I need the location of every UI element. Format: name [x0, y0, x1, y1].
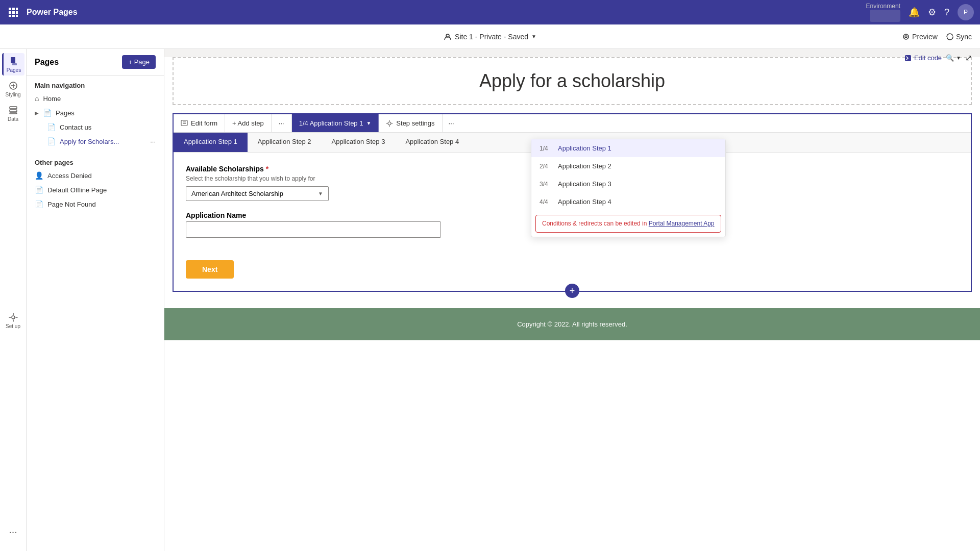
form-section: Edit form + Add step ··· 1/4 Application…: [173, 113, 972, 292]
svg-rect-12: [11, 57, 15, 63]
home-icon: ⌂: [35, 94, 39, 103]
apply-more-icon[interactable]: ···: [150, 138, 156, 145]
app-name-input[interactable]: [186, 221, 441, 238]
edit-form-icon: [181, 120, 188, 127]
step-dropdown-item-1[interactable]: 1/4 Application Step 1: [531, 139, 725, 157]
portal-management-link[interactable]: Portal Management App: [649, 220, 715, 227]
preview-button[interactable]: Preview: [902, 33, 938, 41]
step-2-num: 2/4: [540, 163, 552, 170]
add-step-label: + Add step: [232, 119, 264, 127]
site-icon: [444, 33, 452, 41]
step-selector-button[interactable]: 1/4 Application Step 1 ▼: [292, 114, 379, 132]
zoom-control[interactable]: 🔍 ▼: [946, 54, 961, 62]
edit-code-button[interactable]: Edit code: [904, 54, 942, 62]
page-title: Apply for a scholarship: [186, 70, 959, 92]
form-toolbar: Edit form + Add step ··· 1/4 Application…: [174, 114, 971, 133]
main-layout: Pages Styling Data Set up: [0, 49, 980, 551]
edit-form-button[interactable]: Edit form: [174, 114, 225, 132]
second-bar-right: Preview Sync: [902, 33, 972, 41]
setup-icon: [8, 312, 18, 322]
form-more-button[interactable]: ···: [272, 114, 292, 132]
add-page-button[interactable]: + Page: [122, 55, 156, 69]
nav-item-offline[interactable]: 📄 Default Offline Page: [27, 183, 164, 197]
apply-page-icon: 📄: [47, 137, 56, 145]
settings-icon[interactable]: ⚙: [928, 7, 936, 18]
step-settings-button[interactable]: Step settings: [379, 114, 442, 132]
nav-item-access-denied[interactable]: 👤 Access Denied: [27, 168, 164, 183]
step-4-num: 4/4: [540, 198, 552, 206]
svg-rect-1: [12, 8, 15, 10]
scholarships-select[interactable]: American Architect Scholarship ▼: [186, 186, 329, 201]
step-tab-3[interactable]: Application Step 3: [322, 133, 396, 152]
nav-item-not-found[interactable]: 📄 Page Not Found: [27, 197, 164, 211]
app-title: Power Pages: [27, 8, 78, 17]
page-title-section[interactable]: Apply for a scholarship: [173, 57, 972, 105]
offline-page-icon: 📄: [35, 186, 43, 194]
nav-item-apply-label: Apply for Scholars...: [60, 138, 119, 145]
step-dropdown-item-3[interactable]: 3/4 Application Step 3: [531, 175, 725, 193]
svg-rect-8: [16, 15, 18, 17]
footer-text: Copyright © 2022. All rights reserved.: [517, 320, 627, 328]
svg-rect-2: [16, 8, 18, 10]
vscode-icon: [904, 54, 912, 62]
expand-button[interactable]: ⤢: [965, 53, 972, 63]
step-more-button[interactable]: ···: [443, 114, 460, 132]
step-4-label: Application Step 4: [558, 198, 611, 206]
nav-item-contact-label: Contact us: [60, 123, 91, 131]
svg-point-11: [905, 36, 907, 38]
preview-icon: [902, 33, 910, 41]
page-footer: Copyright © 2022. All rights reserved.: [164, 308, 980, 340]
top-nav-right: Environment 🔔 ⚙ ? P: [866, 3, 974, 22]
step-tab-1[interactable]: Application Step 1: [174, 133, 248, 152]
step-dropdown: 1/4 Application Step 1 2/4 Application S…: [531, 139, 726, 237]
sidebar-item-data[interactable]: Data: [2, 102, 24, 124]
step-tab-4[interactable]: Application Step 4: [395, 133, 469, 152]
sidebar-item-setup[interactable]: Set up: [2, 311, 24, 334]
edit-code-label: Edit code: [914, 54, 942, 62]
nav-item-pages[interactable]: ▶ 📄 Pages: [27, 106, 164, 120]
step-tab-2[interactable]: Application Step 2: [248, 133, 322, 152]
step-dropdown-item-2[interactable]: 2/4 Application Step 2: [531, 157, 725, 175]
svg-rect-16: [10, 110, 17, 112]
chevron-right-icon: ▶: [35, 110, 39, 116]
help-icon[interactable]: ?: [944, 7, 949, 18]
add-section-button[interactable]: +: [565, 284, 579, 298]
sidebar-item-more[interactable]: ···: [2, 520, 24, 543]
sync-button[interactable]: Sync: [946, 33, 972, 41]
main-navigation-label: Main navigation: [27, 76, 164, 91]
step-selector-chevron: ▼: [366, 120, 371, 126]
pages-panel-header: Pages + Page: [27, 49, 164, 76]
zoom-chevron: ▼: [956, 55, 961, 61]
site-status-chevron[interactable]: ▼: [531, 34, 536, 39]
step-settings-icon: [386, 120, 393, 127]
next-button[interactable]: Next: [186, 260, 234, 279]
step-dropdown-item-4[interactable]: 4/4 Application Step 4: [531, 193, 725, 211]
sidebar-item-styling[interactable]: Styling: [2, 78, 24, 100]
access-denied-icon: 👤: [35, 171, 43, 180]
nav-item-not-found-label: Page Not Found: [47, 201, 96, 208]
svg-rect-3: [9, 11, 11, 14]
notification-icon[interactable]: 🔔: [909, 7, 920, 18]
nav-item-contact[interactable]: 📄 Contact us: [27, 120, 164, 134]
grid-icon[interactable]: [6, 5, 20, 19]
add-step-button[interactable]: + Add step: [225, 114, 272, 132]
pages-panel: Pages + Page Main navigation ⌂ Home ▶ 📄 …: [27, 49, 164, 551]
svg-rect-6: [9, 15, 11, 17]
svg-rect-17: [10, 113, 17, 114]
icon-sidebar: Pages Styling Data Set up: [0, 49, 27, 551]
sidebar-item-pages[interactable]: Pages: [2, 53, 24, 76]
svg-rect-7: [12, 15, 15, 17]
step-3-label: Application Step 3: [558, 180, 611, 188]
zoom-icon: 🔍: [946, 54, 954, 62]
nav-item-apply[interactable]: 📄 Apply for Scholars... ···: [27, 134, 164, 148]
data-icon-label: Data: [8, 116, 18, 122]
page-canvas: Apply for a scholarship Edit form: [164, 57, 980, 551]
data-icon: [8, 105, 18, 115]
svg-point-18: [12, 316, 15, 319]
environment-selector[interactable]: [870, 10, 900, 22]
nav-item-home[interactable]: ⌂ Home: [27, 91, 164, 106]
setup-icon-label: Set up: [6, 323, 20, 329]
avatar[interactable]: P: [958, 4, 974, 20]
conditions-notice: Conditions & redirects can be edited in …: [535, 215, 721, 233]
step-3-num: 3/4: [540, 181, 552, 188]
